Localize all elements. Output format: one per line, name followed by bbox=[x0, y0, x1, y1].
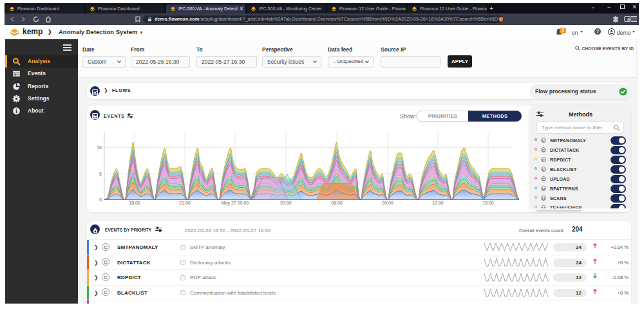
svg-text:03:00: 03:00 bbox=[280, 201, 292, 205]
svg-text:06:00: 06:00 bbox=[331, 201, 343, 205]
svg-text:May 27 00:00: May 27 00:00 bbox=[222, 201, 249, 206]
svg-text:12:00: 12:00 bbox=[432, 201, 444, 205]
svg-text:5: 5 bbox=[99, 172, 102, 176]
svg-text:15:00: 15:00 bbox=[482, 201, 494, 205]
svg-text:0: 0 bbox=[99, 197, 102, 202]
svg-text:21:00: 21:00 bbox=[179, 201, 191, 205]
svg-text:18:00: 18:00 bbox=[129, 201, 140, 205]
svg-text:10: 10 bbox=[97, 145, 102, 150]
svg-text:09:00: 09:00 bbox=[382, 201, 393, 205]
